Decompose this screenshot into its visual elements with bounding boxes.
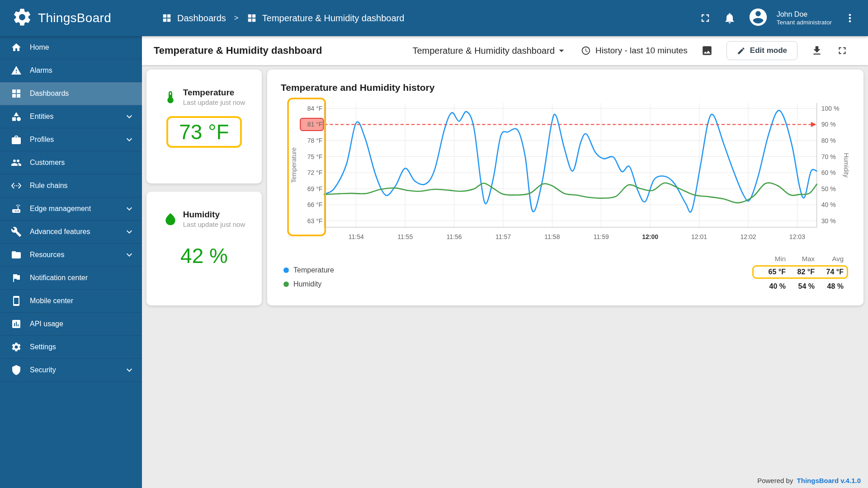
breadcrumb-separator: >: [234, 14, 239, 23]
sidebar-item-dashboards[interactable]: Dashboards: [0, 82, 142, 105]
download-button[interactable]: [811, 45, 823, 56]
header-fullscreen-button[interactable]: [699, 12, 712, 24]
chevron-down-icon: [556, 45, 567, 56]
sidebar-item-home[interactable]: Home: [0, 36, 142, 59]
sidebar-item-label: Entities: [30, 113, 116, 121]
temperature-card: Temperature Last update just now 73 °F: [146, 70, 262, 183]
time-window-label: History - last 10 minutes: [595, 46, 688, 56]
svg-text:60 %: 60 %: [821, 169, 836, 176]
history-chart: 84 °F81 °F78 °F75 °F72 °F69 °F66 °F63 °F…: [279, 98, 852, 249]
svg-text:69 °F: 69 °F: [307, 185, 323, 192]
version-link[interactable]: ThingsBoard v.4.1.0: [797, 477, 861, 484]
series-color-dot: [283, 267, 289, 273]
app-logo[interactable]: ThingsBoard: [0, 7, 142, 29]
chevron-down-icon: [124, 134, 135, 145]
svg-text:12:03: 12:03: [789, 233, 805, 240]
sidebar-item-security[interactable]: Security: [0, 359, 142, 382]
legend-label: Humidity: [293, 280, 321, 288]
dashboards-grid-icon: [162, 13, 172, 23]
top-header: ThingsBoard Dashboards > Temperature & H…: [0, 0, 868, 36]
sidebar-item-label: Advanced features: [30, 228, 116, 236]
more-menu-button[interactable]: [844, 12, 856, 24]
sidebar-item-edge-management[interactable]: Edge management: [0, 197, 142, 221]
entities-icon: [11, 111, 22, 122]
svg-text:78 °F: 78 °F: [307, 137, 323, 144]
sidebar-item-entities[interactable]: Entities: [0, 105, 142, 128]
breadcrumb-current[interactable]: Temperature & Humidity dashboard: [247, 13, 405, 23]
breadcrumb-current-label: Temperature & Humidity dashboard: [262, 13, 405, 23]
widget-column: Temperature Last update just now 73 °F H…: [146, 70, 262, 305]
toolbar-fullscreen-button[interactable]: [836, 45, 848, 56]
svg-text:12:02: 12:02: [740, 233, 756, 240]
background-image-button[interactable]: [701, 45, 713, 56]
svg-text:100 %: 100 %: [821, 105, 840, 112]
header-actions: John Doe Tenant administrator: [699, 7, 868, 29]
threshold-arrow-icon: [811, 122, 816, 127]
chevron-down-icon: [124, 111, 135, 122]
notification-icon: [11, 272, 22, 283]
svg-text:11:54: 11:54: [349, 233, 364, 240]
svg-text:11:58: 11:58: [544, 233, 560, 240]
chart-legend-row: TemperatureHumidity Min Max Avg 65 °F82 …: [279, 253, 852, 293]
humidity-card-title: Humidity: [183, 210, 245, 220]
sidebar-item-mobile-center[interactable]: Mobile center: [0, 290, 142, 313]
sidebar-item-label: Dashboards: [30, 89, 135, 98]
dashboard-grid-icon: [247, 13, 257, 23]
dashboard-select[interactable]: Temperature & Humidity dashboard: [412, 45, 567, 56]
sidebar-item-resources[interactable]: Resources: [0, 244, 142, 267]
sidebar-item-api-usage[interactable]: API usage: [0, 313, 142, 336]
svg-text:11:59: 11:59: [594, 233, 609, 240]
sidebar-item-label: Profiles: [30, 136, 116, 144]
legend-item-humidity[interactable]: Humidity: [283, 280, 334, 288]
sidebar-item-customers[interactable]: Customers: [0, 151, 142, 174]
sidebar-item-label: Resources: [30, 251, 116, 259]
sidebar-item-label: API usage: [30, 320, 135, 328]
humidity-value: 42 %: [180, 244, 228, 268]
svg-text:11:55: 11:55: [397, 233, 413, 240]
svg-text:84 °F: 84 °F: [307, 105, 323, 112]
svg-text:12:00: 12:00: [642, 233, 658, 240]
sidebar-item-notification-center[interactable]: Notification center: [0, 267, 142, 290]
svg-text:90 %: 90 %: [821, 121, 836, 128]
chart-title: Temperature and Humidity history: [281, 82, 852, 93]
dashboard-canvas: Temperature Last update just now 73 °F H…: [142, 65, 868, 488]
sidebar-item-label: Home: [30, 43, 135, 52]
svg-text:80 %: 80 %: [821, 137, 836, 144]
security-icon: [11, 365, 22, 375]
user-info[interactable]: John Doe Tenant administrator: [777, 10, 832, 27]
sidebar-item-advanced-features[interactable]: Advanced features: [0, 221, 142, 244]
svg-text:63 °F: 63 °F: [307, 217, 323, 225]
breadcrumb: Dashboards > Temperature & Humidity dash…: [162, 13, 404, 23]
dashboard-page-title: Temperature & Humidity dashboard: [154, 45, 322, 56]
rule-chains-icon: [11, 180, 22, 191]
temperature-card-title: Temperature: [183, 88, 245, 98]
edit-mode-button[interactable]: Edit mode: [726, 41, 797, 60]
svg-text:30 %: 30 %: [821, 217, 836, 225]
sidebar-item-rule-chains[interactable]: Rule chains: [0, 174, 142, 197]
sidebar-item-label: Settings: [30, 343, 135, 351]
legend-label: Temperature: [293, 266, 334, 274]
svg-text:11:56: 11:56: [447, 233, 462, 240]
chevron-down-icon: [124, 203, 135, 214]
user-avatar[interactable]: [748, 7, 769, 29]
sidebar-item-label: Rule chains: [30, 182, 135, 190]
time-window-button[interactable]: History - last 10 minutes: [581, 46, 688, 56]
svg-text:72 °F: 72 °F: [307, 169, 323, 176]
mobile-icon: [11, 296, 22, 306]
user-name: John Doe: [777, 10, 832, 19]
breadcrumb-dashboards[interactable]: Dashboards: [162, 13, 226, 23]
temperature-value: 73 °F: [179, 120, 229, 144]
droplet-icon: [163, 212, 178, 226]
notifications-bell-button[interactable]: [723, 12, 736, 24]
svg-text:50 %: 50 %: [821, 185, 836, 192]
sidebar-item-label: Security: [30, 366, 116, 374]
legend-item-temperature[interactable]: Temperature: [283, 266, 334, 274]
settings-icon: [11, 342, 22, 352]
svg-text:12:01: 12:01: [691, 233, 707, 240]
sidebar-item-profiles[interactable]: Profiles: [0, 128, 142, 151]
sidebar-item-settings[interactable]: Settings: [0, 336, 142, 359]
api-icon: [11, 319, 22, 329]
sidebar-item-alarms[interactable]: Alarms: [0, 59, 142, 82]
profiles-icon: [11, 134, 22, 145]
user-role: Tenant administrator: [777, 19, 832, 27]
